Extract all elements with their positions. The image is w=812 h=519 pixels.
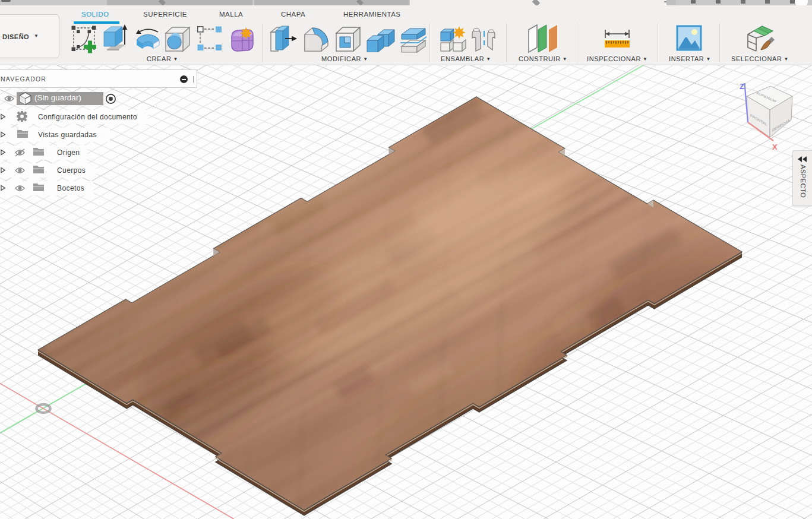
svg-text:Z: Z: [740, 82, 744, 91]
svg-text:X: X: [772, 143, 778, 151]
